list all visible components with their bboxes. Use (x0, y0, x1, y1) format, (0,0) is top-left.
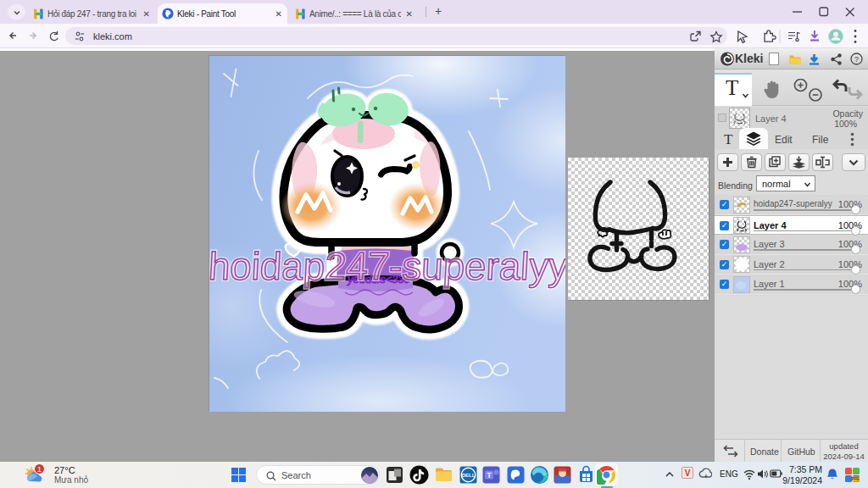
svg-text:hoidap247-superalyy: hoidap247-superalyy (209, 244, 565, 288)
svg-text:T: T (487, 471, 492, 480)
svg-text:?: ? (854, 54, 859, 64)
svg-text:DELL: DELL (462, 473, 476, 478)
svg-text:PRE: PRE (852, 477, 860, 481)
